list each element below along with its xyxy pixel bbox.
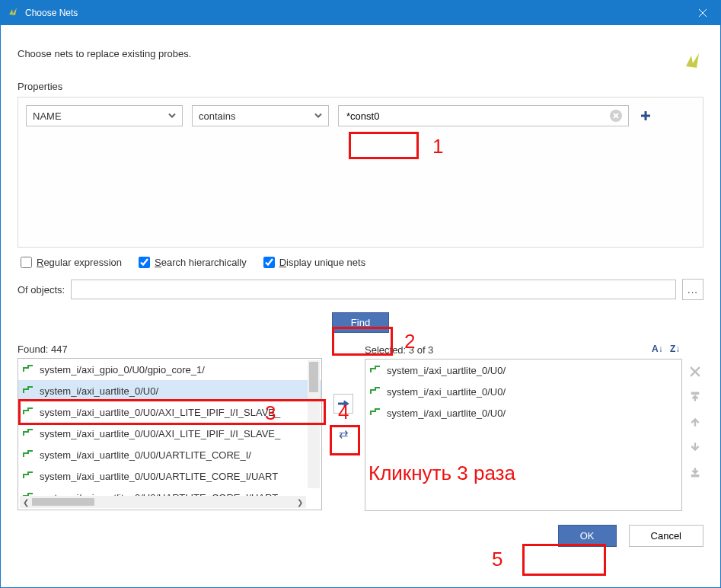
net-icon [23,364,33,375]
titlebar[interactable]: Choose Nets [1,1,720,25]
properties-label: Properties [18,81,703,92]
sort-desc-icon[interactable]: Z↓ [670,344,682,356]
found-horizontal-scrollbar[interactable]: ❮ ❯ [20,496,306,508]
found-header: Found: 447 [18,344,68,355]
choose-nets-dialog: Choose Nets Choose nets to replace exist… [0,0,721,588]
net-name: system_i/axi_uartlite_0/U0/AXI_LITE_IPIF… [40,428,280,439]
property-value-input[interactable] [345,110,610,123]
brand-icon [682,51,703,75]
move-down-icon[interactable] [690,442,700,455]
found-list-item[interactable]: system_i/axi_uartlite_0/U0/UARTLITE_CORE… [18,444,321,465]
scroll-right-icon[interactable]: ❯ [294,496,306,508]
found-list-item[interactable]: system_i/axi_gpio_0/U0/gpio_core_1/ [18,359,321,380]
net-name: system_i/axi_uartlite_0/U0/ [387,365,506,376]
selected-header: Selected: 3 of 3 [365,344,433,356]
unique-nets-checkbox[interactable]: Display unique nets [263,257,365,268]
found-list-item[interactable]: system_i/axi_uartlite_0/U0/UARTLITE_CORE… [18,465,321,487]
move-bottom-icon[interactable] [690,467,700,480]
scroll-left-icon[interactable]: ❮ [20,496,32,508]
remove-icon[interactable] [690,366,700,379]
property-value-container [338,105,629,126]
net-name: system_i/axi_uartlite_0/U0/UARTLITE_CORE… [40,471,278,482]
close-button[interactable] [685,1,720,25]
unique-nets-checkbox-label: Display unique nets [279,257,365,268]
instruction-text: Choose nets to replace existing probes. [18,48,682,59]
app-icon [7,6,19,21]
found-list-item[interactable]: system_i/axi_uartlite_0/U0/AXI_LITE_IPIF… [18,401,321,423]
hierarchical-checkbox-input[interactable] [139,257,150,268]
clear-icon[interactable] [610,110,622,122]
found-list-item[interactable]: system_i/axi_uartlite_0/U0/AXI_LITE_IPIF… [18,423,321,444]
ok-button[interactable]: OK [558,525,617,547]
net-name: system_i/axi_uartlite_0/U0/ [387,407,506,419]
of-objects-browse-button[interactable]: ... [682,279,703,300]
property-operator-value: contains [199,110,235,122]
move-right-button[interactable] [333,394,353,414]
net-name: system_i/axi_gpio_0/U0/gpio_core_1/ [40,364,205,375]
swap-button[interactable]: ⇄ [333,424,353,444]
found-listbox[interactable]: system_i/axi_gpio_0/U0/gpio_core_1/syste… [18,358,322,510]
selected-list-item[interactable]: system_i/axi_uartlite_0/U0/ [365,381,681,402]
found-vertical-scrollbar[interactable] [308,360,320,488]
net-name: system_i/axi_uartlite_0/U0/ [40,385,158,397]
move-up-icon[interactable] [690,417,700,430]
property-field-value: NAME [33,110,62,122]
net-icon [23,407,33,418]
cancel-button[interactable]: Cancel [629,525,703,547]
net-icon [23,385,33,397]
hierarchical-checkbox[interactable]: Search hierarchically [139,257,247,268]
selected-listbox[interactable]: system_i/axi_uartlite_0/U0/system_i/axi_… [365,359,682,511]
property-operator-select[interactable]: contains [192,105,329,126]
of-objects-input[interactable] [71,280,676,299]
found-list-item[interactable]: system_i/axi_uartlite_0/U0/ [18,380,321,401]
net-icon [23,428,33,439]
net-name: system_i/axi_uartlite_0/U0/ [387,386,506,398]
svg-rect-9 [691,475,698,477]
net-icon [23,449,33,461]
net-icon [370,407,381,419]
move-top-icon[interactable] [690,391,700,404]
window-title: Choose Nets [25,8,685,18]
regex-checkbox-input[interactable] [21,257,32,268]
add-property-button[interactable] [638,108,653,123]
selected-list-item[interactable]: system_i/axi_uartlite_0/U0/ [365,360,681,381]
net-icon [370,365,381,376]
hierarchical-checkbox-label: Search hierarchically [155,257,247,268]
unique-nets-checkbox-input[interactable] [263,257,275,268]
chevron-down-icon [314,110,322,122]
net-name: system_i/axi_uartlite_0/U0/AXI_LITE_IPIF… [40,407,280,418]
svg-rect-8 [691,392,698,394]
find-button[interactable]: Find [332,312,389,333]
regex-checkbox[interactable]: Regular expression [21,257,122,268]
property-field-select[interactable]: NAME [26,105,183,126]
selected-list-item[interactable]: system_i/axi_uartlite_0/U0/ [365,402,681,423]
of-objects-label: Of objects: [18,284,65,296]
net-icon [370,386,381,398]
properties-panel: NAME contains [18,97,703,248]
sort-asc-icon[interactable]: A↓ [652,344,664,356]
scrollbar-thumb[interactable] [309,362,318,392]
regex-checkbox-label: Regular expression [37,257,122,268]
scrollbar-thumb[interactable] [32,498,94,506]
net-name: system_i/axi_uartlite_0/U0/UARTLITE_CORE… [40,449,251,461]
net-icon [23,471,33,482]
chevron-down-icon [168,110,176,122]
